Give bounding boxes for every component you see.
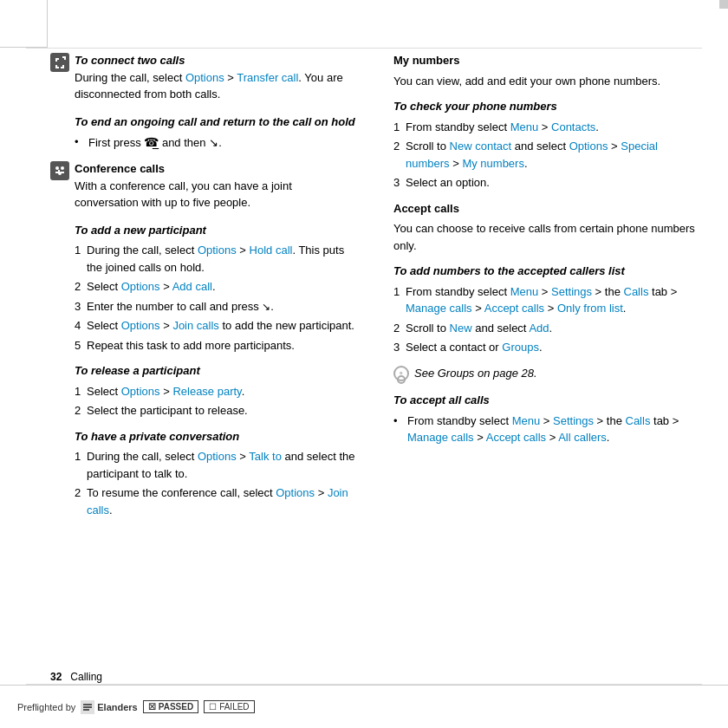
add-participant-step4: 4Select Options > Join calls to add the … xyxy=(75,317,359,335)
elanders-icon xyxy=(81,700,94,714)
connect-options-link: Options xyxy=(185,71,224,84)
connect-two-calls-text: To connect two calls During the call, se… xyxy=(75,52,359,108)
conference-calls-icon xyxy=(50,161,69,180)
accept-all-list: From standby select Menu > Settings > th… xyxy=(393,413,702,446)
conference-calls-heading: Conference calls xyxy=(75,162,165,175)
private-step2: 2To resume the conference call, select O… xyxy=(75,484,359,518)
connect-calls-icon xyxy=(50,53,69,72)
private-conversation-section: To have a private conversation 1During t… xyxy=(75,428,359,519)
failed-badge: ☐ FAILED xyxy=(204,700,254,713)
check-step1: 1From standby select Menu > Contacts. xyxy=(393,119,702,136)
footer-content: Preflighted by Elanders ☒ PASSED ☐ FAILE… xyxy=(17,700,255,714)
release-participant-heading: To release a participant xyxy=(75,362,359,380)
private-conversation-heading: To have a private conversation xyxy=(75,428,359,445)
add-numbers-step1: 1From standby select Menu > Settings > t… xyxy=(393,283,702,317)
page: To connect two calls During the call, se… xyxy=(0,0,728,728)
add-numbers-step2: 2Scroll to New and select Add. xyxy=(393,320,702,337)
tip-text: See Groups on page 28. xyxy=(414,365,537,382)
add-participant-step2: 2Select Options > Add call. xyxy=(75,278,359,296)
release-participant-section: To release a participant 1Select Options… xyxy=(75,362,359,419)
connect-two-calls-section: To connect two calls During the call, se… xyxy=(50,52,359,108)
tip-row: ⚬ See Groups on page 28. xyxy=(393,365,702,387)
release-participant-list: 1Select Options > Release party. 2Select… xyxy=(75,383,359,419)
my-numbers-heading: My numbers xyxy=(393,52,702,69)
svg-point-0 xyxy=(55,166,59,170)
page-label: Calling xyxy=(70,671,102,683)
conference-calls-section: Conference calls With a conference call,… xyxy=(50,160,359,217)
add-numbers-step3: 3Select a contact or Groups. xyxy=(393,339,702,356)
connect-transfer-link: Transfer call xyxy=(237,71,298,84)
check-phone-list: 1From standby select Menu > Contacts. 2S… xyxy=(393,119,702,192)
check-phone-numbers-section: To check your phone numbers 1From standb… xyxy=(393,98,702,192)
left-column: To connect two calls During the call, se… xyxy=(50,52,367,676)
check-step2: 2Scroll to New contact and select Option… xyxy=(393,138,702,172)
accept-all-calls-section: To accept all calls From standby select … xyxy=(393,392,702,446)
add-numbers-list: 1From standby select Menu > Settings > t… xyxy=(393,283,702,356)
right-column: My numbers You can view, add and edit yo… xyxy=(385,52,702,676)
end-ongoing-item: First press ☎̲ and then ↘. xyxy=(75,133,359,152)
accept-all-heading: To accept all calls xyxy=(393,392,702,409)
accept-all-item: From standby select Menu > Settings > th… xyxy=(393,413,702,446)
accept-calls-heading: Accept calls xyxy=(393,200,702,218)
main-content: To connect two calls During the call, se… xyxy=(50,52,702,676)
private-step1: 1During the call, select Options > Talk … xyxy=(75,448,359,482)
release-step1: 1Select Options > Release party. xyxy=(75,383,359,400)
end-ongoing-list: First press ☎̲ and then ↘. xyxy=(75,133,359,152)
svg-point-1 xyxy=(61,166,64,170)
end-ongoing-heading: To end an ongoing call and return to the… xyxy=(75,114,359,131)
passed-badge: ☒ PASSED xyxy=(143,700,198,713)
footer: Preflighted by Elanders ☒ PASSED ☐ FAILE… xyxy=(0,685,728,728)
page-info: 32 Calling xyxy=(50,671,102,683)
fold-corner-top-left xyxy=(0,0,48,48)
elanders-name: Elanders xyxy=(97,702,137,712)
my-numbers-intro: You can view, add and edit your own phon… xyxy=(393,73,702,90)
check-step3: 3Select an option. xyxy=(393,174,702,192)
failed-label: FAILED xyxy=(219,702,249,712)
page-number: 32 xyxy=(50,671,62,683)
add-participant-step3: 3Enter the number to call and press ↘. xyxy=(75,298,359,315)
fold-corner-top-right xyxy=(719,0,728,9)
add-participant-step5: 5Repeat this task to add more participan… xyxy=(75,337,359,354)
tip-icon: ⚬ xyxy=(393,366,409,381)
add-participant-section: To add a new participant 1During the cal… xyxy=(75,222,359,354)
add-participant-heading: To add a new participant xyxy=(75,222,359,239)
connect-two-calls-heading: To connect two calls xyxy=(75,54,185,67)
accept-calls-intro: You can choose to receive calls from cer… xyxy=(393,220,702,254)
add-numbers-section: To add numbers to the accepted callers l… xyxy=(393,263,702,356)
end-ongoing-section: To end an ongoing call and return to the… xyxy=(75,114,359,153)
top-divider xyxy=(26,48,702,49)
check-phone-heading: To check your phone numbers xyxy=(393,98,702,115)
failed-check: ☐ xyxy=(209,702,217,712)
check-mark: ☒ xyxy=(148,702,156,712)
release-step2: 2Select the participant to release. xyxy=(75,402,359,419)
passed-label: PASSED xyxy=(159,702,193,712)
add-participant-list: 1During the call, select Options > Hold … xyxy=(75,242,359,354)
accept-calls-section: Accept calls You can choose to receive c… xyxy=(393,200,702,255)
add-participant-step1: 1During the call, select Options > Hold … xyxy=(75,242,359,276)
my-numbers-section: My numbers You can view, add and edit yo… xyxy=(393,52,702,89)
elanders-logo: Elanders xyxy=(81,700,137,714)
private-conversation-list: 1During the call, select Options > Talk … xyxy=(75,448,359,518)
add-numbers-heading: To add numbers to the accepted callers l… xyxy=(393,263,702,280)
preflighted-label: Preflighted by xyxy=(17,702,75,712)
conference-calls-text: Conference calls With a conference call,… xyxy=(75,160,359,217)
